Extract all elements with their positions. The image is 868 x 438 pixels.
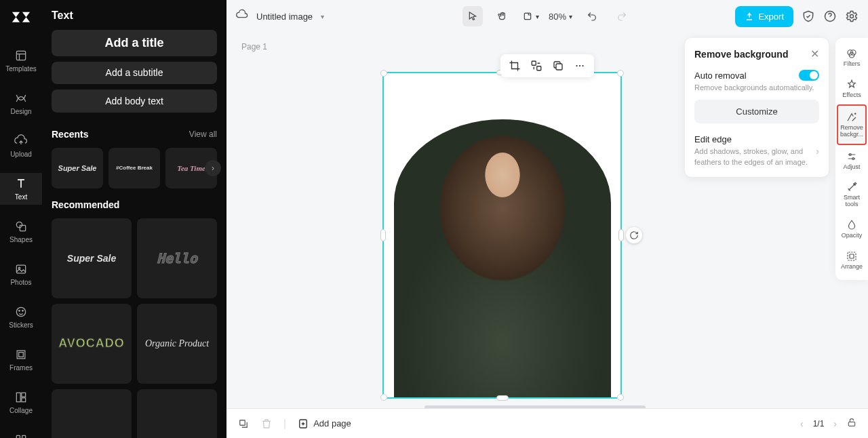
recent-item[interactable]: #Coffee Break [108,148,160,188]
bottombar: | Add page ‹ 1/1 › [226,408,868,438]
svg-point-7 [22,311,24,312]
auto-removal-toggle[interactable] [799,70,819,81]
rec-item[interactable]: Super Sale [52,218,132,298]
svg-rect-9 [19,353,24,357]
resize-handle-tl[interactable] [380,70,387,77]
recommended-heading: Recommended [52,199,119,210]
rec-item[interactable]: Organic Product [137,304,217,384]
add-page-button[interactable]: Add page [297,418,351,430]
cloud-icon[interactable] [236,9,248,24]
rail-opacity[interactable]: Opacity [837,214,867,245]
nav-design[interactable]: Design [0,87,42,119]
topbar: Untitled image ▾ ▾ 80% ▾ [226,0,868,33]
svg-point-19 [850,15,854,18]
svg-rect-22 [556,64,562,70]
nav-photos[interactable]: Photos [0,258,42,290]
svg-rect-3 [16,265,25,273]
resize-handle-ml[interactable] [380,229,386,241]
resize-handle-tr[interactable] [617,70,624,77]
rail-arrange[interactable]: Arrange [837,245,867,276]
svg-rect-10 [16,393,20,401]
help-icon[interactable] [823,9,837,23]
page-indicator: 1/1 [813,419,825,429]
horizontal-scrollbar[interactable] [425,405,646,408]
nav-templates[interactable]: Templates [0,45,42,77]
replace-icon[interactable] [530,60,542,72]
rec-item[interactable]: NEW OPEN [52,389,132,438]
nav-upload[interactable]: Upload [0,130,42,162]
doc-title-dropdown[interactable]: ▾ [321,13,324,20]
nav-stickers[interactable]: Stickers [0,301,42,333]
svg-rect-35 [850,254,854,258]
rail-smart-tools[interactable]: Smart tools [837,176,867,214]
svg-point-1 [16,222,22,227]
pointer-tool[interactable] [462,6,483,26]
auto-removal-sub: Remove backgrounds automatically. [694,83,819,93]
auto-removal-label: Auto removal [694,71,747,81]
svg-point-6 [19,311,20,312]
subject-image [394,119,611,397]
resize-handle-bl[interactable] [380,394,387,401]
svg-point-24 [579,65,580,66]
selection-box[interactable] [382,72,622,399]
prev-page[interactable]: ‹ [800,418,804,429]
zoom-dropdown[interactable]: 80% ▾ [549,12,572,22]
shield-icon[interactable] [802,9,815,23]
svg-point-5 [16,307,25,316]
svg-rect-2 [20,225,25,231]
resize-dropdown[interactable]: ▾ [522,11,539,22]
nav-plugins[interactable]: Plugins [0,429,42,438]
svg-rect-26 [240,420,245,425]
app-logo[interactable] [11,9,31,26]
customize-button[interactable]: Customize [694,100,819,123]
export-button[interactable]: Export [735,6,793,27]
recents-viewall[interactable]: View all [189,130,217,139]
doc-title[interactable]: Untitled image [256,12,313,22]
resize-handle-br[interactable] [617,394,624,401]
rail-effects[interactable]: Effects [837,73,867,104]
svg-rect-14 [22,435,26,438]
side-panel: Text Add a title Add a subtitle Add body… [42,0,226,438]
rail-filters[interactable]: Filters [837,42,867,73]
close-icon[interactable]: ✕ [810,47,819,60]
crop-icon[interactable] [509,60,521,72]
recent-item[interactable]: Super Sale [52,148,103,188]
nav-shapes[interactable]: Shapes [0,216,42,247]
edit-edge-row[interactable]: Edit edge Add shadows, strokes, glow, an… [694,134,819,167]
redo-button[interactable] [612,6,632,26]
recents-heading: Recents [52,129,88,140]
add-subtitle-button[interactable]: Add a subtitle [52,62,217,85]
rail-adjust[interactable]: Adjust [837,145,867,176]
rec-item[interactable]: Business Agency [137,389,217,438]
svg-point-23 [576,65,577,66]
nav-collage[interactable]: Collage [0,386,42,418]
selection-toolbar [500,54,594,77]
svg-rect-17 [524,13,530,19]
svg-rect-21 [537,66,541,71]
next-page[interactable]: › [833,418,837,429]
layers-icon[interactable] [237,418,250,430]
rec-item[interactable]: Hello [137,218,217,298]
add-body-button[interactable]: Add body text [52,89,217,113]
resize-handle-mr[interactable] [618,229,624,241]
hand-tool[interactable] [492,6,513,26]
undo-button[interactable] [582,6,602,26]
rotate-handle[interactable] [626,227,642,243]
lock-icon[interactable] [846,417,857,430]
svg-rect-13 [16,435,20,438]
nav-frames[interactable]: Frames [0,344,42,376]
more-icon[interactable] [574,60,586,72]
svg-rect-11 [22,393,26,397]
resize-handle-mb[interactable] [496,395,509,401]
settings-icon[interactable] [845,9,859,23]
svg-rect-8 [17,351,25,359]
svg-point-25 [582,65,583,66]
nav-text[interactable]: Text [0,173,42,205]
side-panel-title: Text [52,9,217,22]
duplicate-icon[interactable] [552,60,564,72]
add-title-button[interactable]: Add a title [52,30,217,56]
rail-remove-bg[interactable]: Remove backgr... [837,104,867,145]
trash-icon [260,418,273,430]
recents-next-arrow[interactable]: › [205,160,221,176]
rec-item[interactable]: AVOCADO [52,304,132,384]
